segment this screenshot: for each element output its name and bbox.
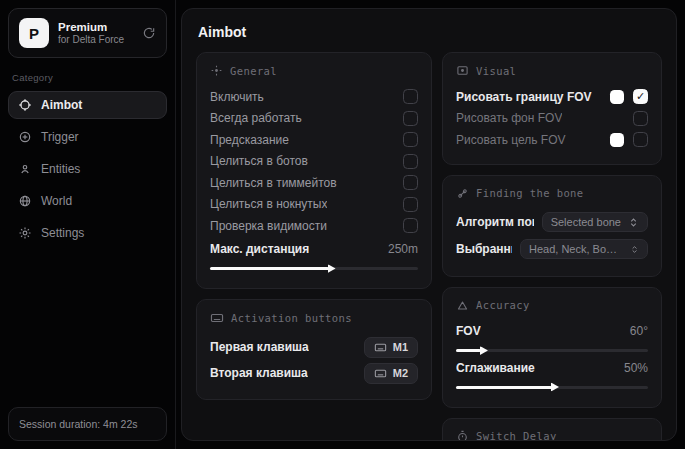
- sidebar-item-label: Entities: [41, 162, 80, 176]
- visual-label: Рисовать границу FOV: [456, 90, 592, 104]
- category-nav: Aimbot Trigger Entities: [8, 91, 167, 247]
- target-icon: [210, 64, 223, 77]
- checkbox-aim-knocked[interactable]: [403, 197, 418, 212]
- keybind-button-m2[interactable]: M2: [364, 363, 418, 384]
- section-title: Finding the bone: [476, 187, 584, 199]
- checkbox-enable[interactable]: [403, 89, 418, 104]
- section-title: Visual: [476, 65, 516, 77]
- trigger-crosshair-icon: [18, 130, 32, 144]
- switch-delay-card: Switch Delay Задержка переключения Задер…: [442, 418, 662, 442]
- checkbox-prediction[interactable]: [403, 132, 418, 147]
- checkbox-draw-fov-background[interactable]: [633, 111, 648, 126]
- sidebar-item-settings[interactable]: Settings: [8, 219, 167, 247]
- slider-value: 60°: [630, 324, 648, 338]
- brand-subtitle: for Delta Force: [58, 34, 133, 47]
- reload-icon[interactable]: [142, 26, 156, 40]
- section-title: Accuracy: [476, 299, 530, 311]
- main-panel: Aimbot General Включить Всегда работать …: [181, 8, 677, 441]
- slider-value: 50%: [624, 361, 648, 375]
- checkbox-draw-fov-target[interactable]: [633, 132, 648, 147]
- sidebar-item-world[interactable]: World: [8, 187, 167, 215]
- max-distance-slider[interactable]: [210, 267, 418, 270]
- slider-label: FOV: [456, 324, 481, 338]
- sidebar-item-trigger[interactable]: Trigger: [8, 123, 167, 151]
- sidebar-item-entities[interactable]: Entities: [8, 155, 167, 183]
- toggle-label: Целиться в тиммейтов: [210, 176, 337, 190]
- gear-icon: [18, 226, 32, 240]
- selected-bones-select[interactable]: Head, Neck, Body, Pe..: [520, 239, 648, 259]
- keybind-button-m1[interactable]: M1: [364, 337, 418, 358]
- visual-label: Рисовать фон FOV: [456, 111, 562, 125]
- checkbox-always-work[interactable]: [403, 111, 418, 126]
- sidebar: P Premium for Delta Force Category Aimbo…: [0, 0, 176, 449]
- keybind-value: M1: [393, 341, 408, 353]
- keybind-value: M2: [393, 367, 408, 379]
- toggle-label: Проверка видимости: [210, 219, 327, 233]
- keyboard-icon: [210, 311, 224, 325]
- section-title: Activation buttons: [231, 312, 352, 324]
- person-scan-icon: [18, 162, 32, 176]
- toggle-label: Всегда работать: [210, 111, 302, 125]
- slider-label: Макс. дистанция: [210, 242, 309, 256]
- select-label: Алгоритм поиска костей: [456, 215, 534, 229]
- stopwatch-icon: [456, 430, 469, 442]
- checkbox-visibility-check[interactable]: [403, 218, 418, 233]
- sidebar-item-label: Aimbot: [41, 98, 82, 112]
- color-swatch-fov-border[interactable]: [610, 90, 624, 104]
- category-label: Category: [12, 72, 163, 83]
- sidebar-item-label: Settings: [41, 226, 84, 240]
- select-label: Выбранные кости: [456, 242, 512, 256]
- sidebar-item-label: World: [41, 194, 72, 208]
- sidebar-item-aimbot[interactable]: Aimbot: [8, 91, 167, 119]
- bone-icon: [456, 187, 469, 200]
- toggle-label: Включить: [210, 90, 264, 104]
- toggle-label: Целиться в нокнутых: [210, 197, 327, 211]
- color-swatch-fov-target[interactable]: [610, 133, 624, 147]
- brand-card: P Premium for Delta Force: [8, 8, 167, 58]
- section-title: Switch Delay: [476, 430, 557, 441]
- keybind-label: Первая клавиша: [210, 340, 309, 354]
- page-title: Aimbot: [198, 24, 662, 40]
- slider-label: Сглаживание: [456, 361, 535, 375]
- brand-title: Premium: [58, 20, 133, 34]
- slider-value: 250m: [388, 242, 418, 256]
- sidebar-item-label: Trigger: [41, 130, 79, 144]
- checkbox-aim-bots[interactable]: [403, 154, 418, 169]
- smoothing-slider[interactable]: [456, 386, 648, 389]
- bone-algorithm-select[interactable]: Selected bone: [542, 212, 648, 232]
- general-card: General Включить Всегда работать Предска…: [196, 52, 432, 289]
- toggle-label: Целиться в ботов: [210, 154, 308, 168]
- toggle-label: Предсказание: [210, 133, 289, 147]
- crosshair-icon: [18, 98, 32, 112]
- activation-card: Activation buttons Первая клавиша M1 Вто…: [196, 299, 432, 400]
- bone-card: Finding the bone Алгоритм поиска костей …: [442, 175, 662, 277]
- unfold-icon: [630, 244, 639, 255]
- checkbox-draw-fov-border[interactable]: [633, 89, 648, 104]
- globe-icon: [18, 194, 32, 208]
- visual-card: Visual Рисовать границу FOV Рисовать фон…: [442, 52, 662, 165]
- fov-slider[interactable]: [456, 349, 648, 352]
- accuracy-card: Accuracy FOV 60° Сглаживание 50%: [442, 287, 662, 408]
- keybind-label: Вторая клавиша: [210, 366, 308, 380]
- select-value: Head, Neck, Body, Pe..: [529, 243, 623, 255]
- triangle-icon: [456, 299, 469, 312]
- brand-logo: P: [19, 18, 49, 48]
- checkbox-aim-teammates[interactable]: [403, 175, 418, 190]
- section-title: General: [230, 65, 277, 77]
- select-value: Selected bone: [551, 216, 621, 228]
- unfold-icon: [628, 217, 639, 228]
- visual-label: Рисовать цель FOV: [456, 133, 566, 147]
- frame-icon: [456, 64, 469, 77]
- session-duration: Session duration: 4m 22s: [8, 407, 167, 441]
